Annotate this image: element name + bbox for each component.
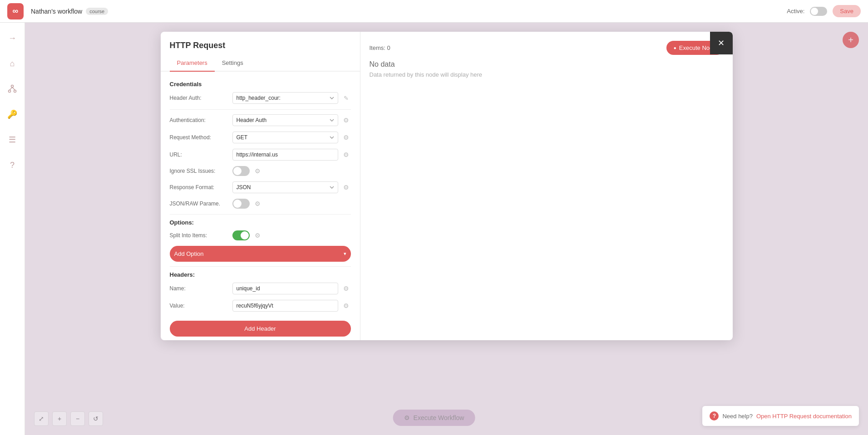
split-into-items-label: Split Into Items: (170, 232, 229, 239)
request-method-row: Request Method: GET ⚙ (170, 132, 351, 143)
ignore-ssl-gear-icon[interactable]: ⚙ (253, 166, 262, 176)
authentication-label: Authentication: (170, 117, 229, 123)
header-auth-edit-icon[interactable]: ✎ (342, 93, 351, 103)
header-auth-label: Header Auth: (170, 95, 229, 101)
active-toggle[interactable] (810, 7, 827, 16)
left-panel-content: Credentials Header Auth: http_header_cou… (161, 72, 360, 340)
ignore-ssl-toggle[interactable] (232, 166, 250, 176)
ignore-ssl-label: Ignore SSL Issues: (170, 168, 229, 174)
header-auth-row: Header Auth: http_header_cour: ✎ (170, 92, 351, 104)
workflow-badge: course (86, 8, 108, 15)
help-icon: ? (710, 411, 719, 420)
split-into-items-row: Split Into Items: ⚙ (170, 230, 351, 240)
svg-point-2 (14, 90, 16, 93)
json-raw-gear-icon[interactable]: ⚙ (253, 199, 262, 208)
svg-line-3 (10, 88, 12, 90)
authentication-row: Authentication: Header Auth ⚙ (170, 114, 351, 126)
svg-line-4 (12, 88, 15, 90)
right-panel-header: Items: 0 Execute Node (370, 41, 724, 55)
help-text: Need help? (722, 413, 753, 420)
divider-1 (170, 109, 351, 110)
header-value-gear-icon[interactable]: ⚙ (342, 301, 351, 310)
right-panel: Items: 0 Execute Node No data Data retur… (360, 32, 733, 340)
credentials-section-title: Credentials (170, 81, 351, 88)
url-input[interactable] (232, 149, 338, 161)
response-format-select[interactable]: JSON (232, 181, 338, 193)
header-value-row: Value: ⚙ (170, 300, 351, 312)
url-label: URL: (170, 152, 229, 158)
http-request-modal: HTTP Request Parameters Settings Credent… (161, 32, 733, 340)
options-section-title: Options: (170, 219, 351, 226)
add-header-button[interactable]: Add Header (170, 321, 351, 337)
header-name-input[interactable] (232, 283, 338, 294)
sidebar: → ⌂ 🔑 ☰ ? (0, 23, 25, 435)
sidebar-item-network[interactable] (4, 81, 20, 97)
close-button[interactable]: ✕ (710, 32, 733, 54)
sidebar-item-list[interactable]: ☰ (4, 132, 20, 148)
header-value-label: Value: (170, 303, 229, 309)
items-count: Items: 0 (370, 44, 390, 51)
add-option-label: Add Option (174, 250, 204, 257)
modal-overlay: HTTP Request Parameters Settings Credent… (25, 23, 868, 435)
topbar-right: Active: Save (787, 5, 861, 17)
divider-3 (170, 266, 351, 267)
header-name-gear-icon[interactable]: ⚙ (342, 284, 351, 293)
response-format-label: Response Format: (170, 184, 229, 191)
no-data-title: No data (370, 60, 724, 68)
header-auth-select[interactable]: http_header_cour: (232, 92, 338, 104)
no-data-hint: Data returned by this node will display … (370, 71, 724, 78)
url-gear-icon[interactable]: ⚙ (342, 150, 351, 159)
response-format-gear-icon[interactable]: ⚙ (342, 183, 351, 192)
json-raw-row: JSON/RAW Parame. ⚙ (170, 199, 351, 209)
sidebar-item-key[interactable]: 🔑 (4, 106, 20, 122)
topbar: ∞ Nathan's workflow course Active: Save (0, 0, 868, 23)
workflow-title: Nathan's workflow (31, 8, 82, 15)
header-name-label: Name: (170, 285, 229, 292)
active-label: Active: (787, 8, 804, 15)
modal-title: HTTP Request (161, 32, 360, 50)
request-method-label: Request Method: (170, 134, 229, 141)
add-option-chevron-icon: ▾ (344, 251, 346, 257)
header-name-row: Name: ⚙ (170, 283, 351, 294)
tab-parameters[interactable]: Parameters (170, 56, 215, 72)
json-raw-toggle[interactable] (232, 199, 250, 209)
split-into-items-gear-icon[interactable]: ⚙ (253, 231, 262, 240)
request-method-select[interactable]: GET (232, 132, 338, 143)
svg-point-1 (9, 90, 11, 93)
save-button[interactable]: Save (833, 5, 861, 17)
authentication-select[interactable]: Header Auth (232, 114, 338, 126)
help-banner: ? Need help? Open HTTP Request documenta… (702, 406, 859, 426)
help-link[interactable]: Open HTTP Request documentation (756, 413, 852, 420)
app-logo: ∞ (7, 3, 24, 20)
tabs: Parameters Settings (161, 56, 360, 72)
headers-section-title: Headers: (170, 271, 351, 278)
authentication-gear-icon[interactable]: ⚙ (342, 116, 351, 125)
tab-settings[interactable]: Settings (215, 56, 251, 72)
svg-point-0 (11, 85, 14, 88)
url-row: URL: ⚙ (170, 149, 351, 161)
request-method-gear-icon[interactable]: ⚙ (342, 133, 351, 142)
ignore-ssl-row: Ignore SSL Issues: ⚙ (170, 166, 351, 176)
response-format-row: Response Format: JSON ⚙ (170, 181, 351, 193)
sidebar-item-help[interactable]: ? (4, 157, 20, 173)
header-value-input[interactable] (232, 300, 338, 312)
divider-2 (170, 214, 351, 215)
split-into-items-toggle[interactable] (232, 230, 250, 240)
json-raw-label: JSON/RAW Parame. (170, 200, 229, 207)
sidebar-item-arrow[interactable]: → (4, 30, 20, 46)
left-panel: HTTP Request Parameters Settings Credent… (161, 32, 360, 340)
add-option-button[interactable]: Add Option ▾ (170, 246, 351, 262)
sidebar-item-home[interactable]: ⌂ (4, 55, 20, 72)
